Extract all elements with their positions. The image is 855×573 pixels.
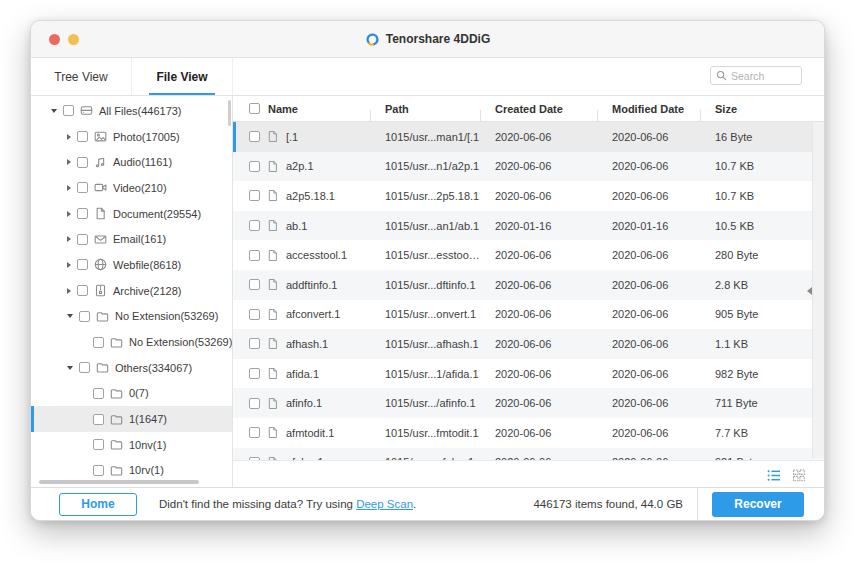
chevron-right-icon[interactable] (67, 211, 71, 217)
chevron-down-icon[interactable] (67, 366, 73, 370)
file-icon (267, 278, 279, 291)
chevron-right-icon[interactable] (67, 262, 71, 268)
file-path: 1015/usr...esstool.1 (370, 249, 480, 261)
search-input[interactable] (731, 70, 796, 82)
deep-scan-link[interactable]: Deep Scan (356, 498, 413, 510)
tree-checkbox[interactable] (63, 105, 74, 116)
traffic-lights (49, 34, 79, 45)
grid-view-icon[interactable] (792, 469, 806, 482)
chevron-right-icon[interactable] (67, 185, 71, 191)
sidebar-horizontal-scrollbar[interactable] (39, 480, 199, 484)
tree-item-1-1647-[interactable]: 1(1647) (31, 406, 232, 432)
tree-checkbox[interactable] (77, 234, 88, 245)
list-view-icon[interactable] (767, 469, 781, 482)
chevron-right-icon[interactable] (67, 134, 71, 140)
column-header-path[interactable]: Path (370, 103, 480, 115)
chevron-right-icon[interactable] (67, 288, 71, 294)
column-header-name[interactable]: Name (233, 103, 370, 115)
tree-checkbox[interactable] (77, 131, 88, 142)
tree-checkbox[interactable] (93, 465, 104, 476)
column-header-modified-date[interactable]: Modified Date (597, 103, 700, 115)
tree-checkbox[interactable] (93, 439, 104, 450)
tree-item-audio-1161-[interactable]: Audio(1161) (31, 149, 232, 175)
row-checkbox[interactable] (249, 457, 260, 460)
footer-bar: Home Didn't find the missing data? Try u… (31, 487, 824, 520)
chevron-right-icon[interactable] (67, 236, 71, 242)
tree-checkbox[interactable] (93, 337, 104, 348)
row-checkbox[interactable] (249, 220, 260, 231)
created-date: 2020-06-06 (480, 368, 597, 380)
file-path: 1015/usr...fmtodit.1 (370, 427, 480, 439)
minimize-window-icon[interactable] (68, 34, 79, 45)
created-date: 2020-06-06 (480, 338, 597, 350)
row-checkbox[interactable] (249, 398, 260, 409)
tree-checkbox[interactable] (79, 311, 90, 322)
tree-item-0-7-[interactable]: 0(7) (31, 381, 232, 407)
table-row[interactable]: afmtodit.11015/usr...fmtodit.12020-06-06… (233, 418, 824, 448)
table-row[interactable]: afinfo.11015/usr.../afinfo.12020-06-0620… (233, 388, 824, 418)
file-icon (267, 456, 279, 460)
table-row[interactable]: accesstool.11015/usr...esstool.12020-06-… (233, 240, 824, 270)
row-checkbox[interactable] (249, 131, 260, 142)
tree-item-no-extension-53269-[interactable]: No Extension(53269) (31, 304, 232, 330)
tree-item-email-161-[interactable]: Email(161) (31, 226, 232, 252)
tree-item-label: Webfile(8618) (113, 259, 181, 271)
recover-button[interactable]: Recover (712, 492, 804, 517)
tab-file-view[interactable]: File View (132, 58, 233, 95)
table-row[interactable]: a2p.11015/usr...n1/a2p.12020-06-062020-0… (233, 152, 824, 182)
row-checkbox[interactable] (249, 338, 260, 349)
tree-checkbox[interactable] (77, 182, 88, 193)
row-checkbox[interactable] (249, 190, 260, 201)
table-row[interactable]: afhash.11015/usr...afhash.12020-06-06202… (233, 329, 824, 359)
collapse-panel-arrow-icon[interactable] (807, 287, 812, 295)
table-vertical-scrollbar[interactable] (812, 122, 824, 458)
tree-item-webfile-8618-[interactable]: Webfile(8618) (31, 252, 232, 278)
column-header-label: Size (715, 103, 737, 115)
tree-item-10nv-1-[interactable]: 10nv(1) (31, 432, 232, 458)
close-window-icon[interactable] (49, 34, 60, 45)
table-row[interactable]: afida.11015/usr...1/afida.12020-06-06202… (233, 359, 824, 389)
tree-checkbox[interactable] (79, 362, 90, 373)
row-checkbox[interactable] (249, 161, 260, 172)
tab-tree-view[interactable]: Tree View (31, 58, 132, 95)
tree-item-all-files-446173-[interactable]: All Files(446173) (31, 98, 232, 124)
table-row[interactable]: ab.11015/usr...an1/ab.12020-01-162020-01… (233, 211, 824, 241)
chevron-down-icon[interactable] (51, 109, 57, 113)
table-row[interactable]: [.11015/usr...man1/[.12020-06-062020-06-… (233, 122, 824, 152)
chevron-down-icon[interactable] (67, 314, 73, 318)
tree-checkbox[interactable] (77, 285, 88, 296)
tree-checkbox[interactable] (93, 414, 104, 425)
row-checkbox[interactable] (249, 279, 260, 290)
row-checkbox[interactable] (249, 427, 260, 438)
tree-checkbox[interactable] (77, 208, 88, 219)
sidebar-vertical-scrollbar[interactable] (228, 100, 231, 126)
tree-checkbox[interactable] (77, 157, 88, 168)
home-button[interactable]: Home (59, 493, 137, 516)
search-box[interactable] (710, 66, 802, 85)
deep-scan-hint: Didn't find the missing data? Try using … (159, 498, 416, 510)
tree-item-document-29554-[interactable]: Document(29554) (31, 201, 232, 227)
tree-item-no-extension-53269-[interactable]: No Extension(53269) (31, 329, 232, 355)
row-checkbox[interactable] (249, 368, 260, 379)
table-row[interactable]: a2p5.18.11015/usr...2p5.18.12020-06-0620… (233, 181, 824, 211)
column-header-created-date[interactable]: Created Date (480, 103, 597, 115)
tree-item-others-334067-[interactable]: Others(334067) (31, 355, 232, 381)
select-all-checkbox[interactable] (249, 103, 260, 114)
table-header-row: NamePathCreated DateModified DateSize (233, 96, 824, 122)
table-row[interactable]: afconvert.11015/usr...onvert.12020-06-06… (233, 300, 824, 330)
modified-date: 2020-06-06 (597, 456, 700, 460)
file-name: accesstool.1 (286, 249, 347, 261)
table-row[interactable]: addftinfo.11015/usr...dftinfo.12020-06-0… (233, 270, 824, 300)
tree-checkbox[interactable] (77, 259, 88, 270)
tree-item-label: Audio(1161) (113, 156, 172, 168)
row-checkbox[interactable] (249, 250, 260, 261)
row-checkbox[interactable] (249, 309, 260, 320)
tree-item-photo-17005-[interactable]: Photo(17005) (31, 124, 232, 150)
file-icon (267, 189, 279, 202)
tree-item-video-210-[interactable]: Video(210) (31, 175, 232, 201)
chevron-right-icon[interactable] (67, 159, 71, 165)
tree-item-archive-2128-[interactable]: Archive(2128) (31, 278, 232, 304)
table-row[interactable]: afplay.11015/usr...afplay.12020-06-06202… (233, 448, 824, 460)
tree-checkbox[interactable] (93, 388, 104, 399)
column-header-size[interactable]: Size (700, 103, 812, 115)
